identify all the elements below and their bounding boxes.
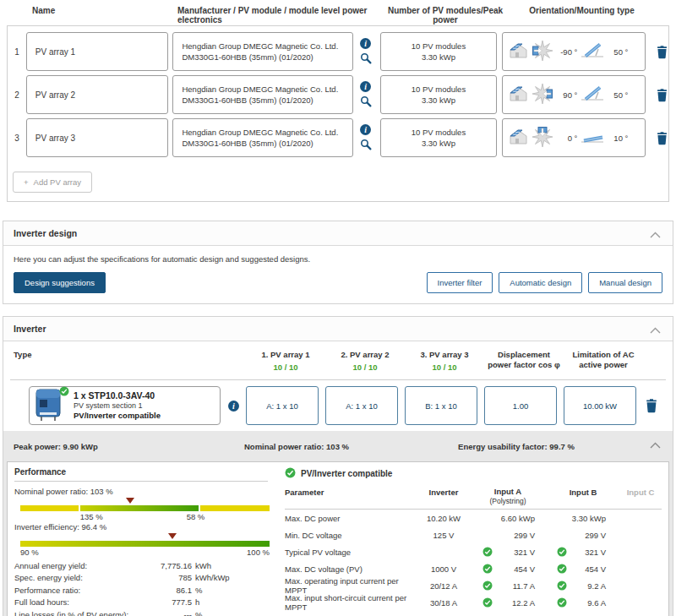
compatibility-panel: PV/Inverter compatible Parameter Inverte… xyxy=(272,462,668,616)
plus-icon: + xyxy=(24,177,29,187)
compatible-check-icon xyxy=(285,467,296,480)
manual-design-button[interactable]: Manual design xyxy=(588,272,662,293)
performance-stats: Annual energy yield:7,775.16kWh Spec. en… xyxy=(14,559,272,616)
peak-power-summary: Peak power: 9.90 kWp xyxy=(14,442,183,451)
pv-module-field[interactable]: Hengdian Group DMEGC Magnetic Co. Ltd. D… xyxy=(172,118,352,157)
inverter-table-header: Type 1. PV array 1 10 / 10 2. PV array 2… xyxy=(3,341,673,373)
pv-array-name-field[interactable]: PV array 1 xyxy=(26,32,169,71)
info-icon[interactable]: i xyxy=(360,38,371,49)
pv-system-section: PV system section 1 xyxy=(74,401,161,411)
compat-row: Max. DC voltage (PV) 1000 V 454 V 454 V xyxy=(285,560,662,577)
compat-row: Max. DC power 10.20 kW 6.60 kWp 3.30 kWp xyxy=(285,510,662,526)
string-config-array-2-field[interactable]: A: 1 x 10 xyxy=(325,386,398,425)
string-config-array-1-field[interactable]: A: 1 x 10 xyxy=(246,386,319,425)
gauge-scale-label: 90 % xyxy=(20,548,39,557)
gauge-scale-label: 58 % xyxy=(187,512,205,521)
stat-row: Performance ratio:86.1% xyxy=(14,584,272,597)
info-icon[interactable]: i xyxy=(228,401,239,412)
inverter-model: 1 x STP10.0-3AV-40 xyxy=(74,390,161,401)
inverter-type-field[interactable]: 1 x STP10.0-3AV-40 PV system section 1 P… xyxy=(29,386,221,425)
inverter-efficiency-gauge xyxy=(20,541,270,547)
ok-check-icon xyxy=(482,547,493,557)
modules-peak-power-field[interactable]: 10 PV modules 3.30 kWp xyxy=(380,118,498,157)
gauge-label: Inverter efficiency: 96.4 % xyxy=(14,522,272,532)
inverter-row: 1 x STP10.0-3AV-40 PV system section 1 P… xyxy=(3,380,673,431)
column-header-orientation: Orientation/Mounting type xyxy=(510,6,654,25)
inverter-design-description: Here you can adjust the specifications f… xyxy=(14,254,662,264)
ok-check-icon xyxy=(482,564,493,574)
azimuth-compass-icon xyxy=(532,83,553,106)
info-icon[interactable]: i xyxy=(360,81,371,92)
module-ratio: 10 / 10 xyxy=(249,363,322,373)
add-pv-array-button[interactable]: + Add PV array xyxy=(13,172,92,193)
gauge-marker-icon xyxy=(168,533,177,539)
inverter-detail-area: Performance Nominal power ratio: 103 % 1… xyxy=(3,461,673,616)
delete-pv-array-icon[interactable] xyxy=(656,118,668,157)
inverter-design-header[interactable]: Inverter design xyxy=(3,221,673,246)
inverter-header[interactable]: Inverter xyxy=(3,317,673,341)
performance-panel: Performance Nominal power ratio: 103 % 1… xyxy=(8,462,272,616)
energy-usability-summary: Energy usability factor: 99.7 % xyxy=(411,442,673,451)
tilt-icon xyxy=(580,85,605,104)
delete-inverter-icon[interactable] xyxy=(645,398,658,413)
compat-row: Max. operating input current per MPPT 20… xyxy=(285,577,662,594)
gauge-scale-label: 100 % xyxy=(247,548,270,557)
magnifier-icon[interactable] xyxy=(360,139,372,152)
row-index: 2 xyxy=(8,75,26,114)
column-header-type: Type xyxy=(3,350,243,373)
string-config-array-3-field[interactable]: B: 1 x 10 xyxy=(405,386,477,425)
inverter-summary-bar: Peak power: 9.90 kWp Nominal power ratio… xyxy=(3,431,673,461)
collapse-chevron-icon[interactable] xyxy=(650,325,661,335)
compat-row: Typical PV voltage 321 V 321 V xyxy=(285,543,662,560)
column-header-pv-array-1: 1. PV array 1 10 / 10 xyxy=(249,350,322,373)
stat-row: Full load hours:777.5h xyxy=(14,597,272,609)
column-header-pv-array-3: 3. PV array 3 10 / 10 xyxy=(408,350,481,373)
column-header-manufacturer: Manufacturer / PV module / module level … xyxy=(173,6,382,25)
module-ratio: 10 / 10 xyxy=(329,363,401,373)
ok-check-icon xyxy=(557,597,567,608)
tilt-value: 50 ° xyxy=(608,47,628,57)
inverter-filter-button[interactable]: Inverter filter xyxy=(427,272,493,293)
pv-design-page: Name Manufacturer / PV module / module l… xyxy=(0,0,676,616)
ok-check-icon xyxy=(482,581,493,591)
column-header-modules: Number of PV modules/Peak power xyxy=(386,6,504,25)
delete-pv-array-icon[interactable] xyxy=(656,75,668,114)
pv-array-name-field[interactable]: PV array 3 xyxy=(26,118,169,157)
automatic-design-button[interactable]: Automatic design xyxy=(499,272,582,293)
pv-array-row: 3 PV array 3 Hengdian Group DMEGC Magnet… xyxy=(8,118,668,157)
azimuth-value: 0 ° xyxy=(556,134,577,143)
performance-title: Performance xyxy=(14,467,272,477)
column-header-name: Name xyxy=(25,6,169,25)
inverter-section: Inverter Type 1. PV array 1 10 / 10 2. P… xyxy=(3,316,673,616)
tilt-value: 50 ° xyxy=(608,90,628,100)
pv-module-field[interactable]: Hengdian Group DMEGC Magnetic Co. Ltd. D… xyxy=(172,32,352,71)
pv-module-field[interactable]: Hengdian Group DMEGC Magnetic Co. Ltd. D… xyxy=(172,75,352,114)
modules-peak-power-field[interactable]: 10 PV modules 3.30 kWp xyxy=(380,32,498,71)
pv-table-header: Name Manufacturer / PV module / module l… xyxy=(7,0,669,25)
tilt-icon xyxy=(580,42,605,61)
modules-peak-power-field[interactable]: 10 PV modules 3.30 kWp xyxy=(380,75,498,114)
column-header-pv-array-2: 2. PV array 2 10 / 10 xyxy=(329,350,401,373)
inverter-device-image xyxy=(35,414,62,423)
orientation-field[interactable]: 0 ° 10 ° xyxy=(502,118,646,157)
collapse-chevron-icon[interactable] xyxy=(650,230,661,240)
compat-row: Max. input short-circuit current per MPP… xyxy=(285,594,662,611)
azimuth-compass-icon xyxy=(532,40,553,63)
ok-check-icon xyxy=(557,581,567,591)
compatibility-status: PV/Inverter compatible xyxy=(74,411,161,421)
orientation-field[interactable]: -90 ° 50 ° xyxy=(502,32,646,71)
collapse-chevron-icon[interactable] xyxy=(650,441,661,450)
design-suggestions-button[interactable]: Design suggestions xyxy=(14,272,106,293)
magnifier-icon[interactable] xyxy=(360,52,372,66)
pv-array-name-field[interactable]: PV array 2 xyxy=(26,75,169,114)
cos-phi-field[interactable]: 1.00 xyxy=(484,386,557,425)
info-icon[interactable]: i xyxy=(360,124,371,135)
magnifier-icon[interactable] xyxy=(360,95,372,109)
orientation-field[interactable]: 90 ° 50 ° xyxy=(502,75,646,114)
stat-row: Spec. energy yield:785kWh/kWp xyxy=(14,572,272,585)
ac-power-limit-field[interactable]: 10.00 kW xyxy=(564,386,636,425)
ok-check-icon xyxy=(482,597,493,608)
stat-row: Line losses (in % of PV energy):---% xyxy=(14,608,272,616)
manufacturer-line: Hengdian Group DMEGC Magnetic Co. Ltd. xyxy=(182,84,352,95)
delete-pv-array-icon[interactable] xyxy=(656,32,668,71)
